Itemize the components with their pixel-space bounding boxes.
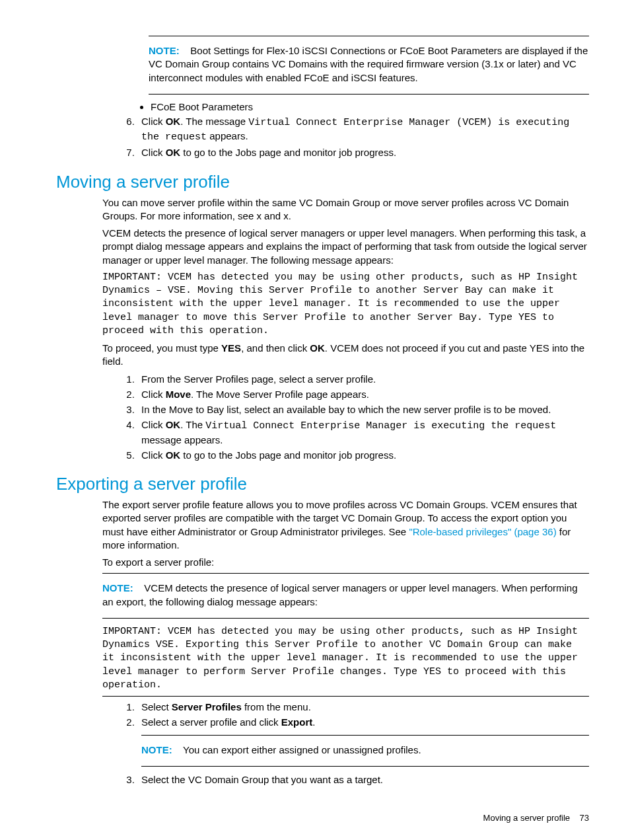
ok-label: OK xyxy=(166,449,181,461)
note-body: You can export either assigned or unassi… xyxy=(183,744,421,755)
step-5: Click OK to go to the Jobs page and moni… xyxy=(137,449,589,462)
yes-label: YES xyxy=(221,342,241,354)
note-box-export: NOTE: VCEM detects the presence of logic… xyxy=(102,573,589,619)
text: , and then click xyxy=(241,342,310,354)
step-1: From the Server Profiles page, select a … xyxy=(137,373,589,386)
exporting-body: The export server profile feature allows… xyxy=(102,498,589,697)
footer-title: Moving a server profile xyxy=(483,813,571,823)
footer-page: 73 xyxy=(580,813,589,823)
step-2: Select a server profile and click Export… xyxy=(137,716,589,767)
page-footer: Moving a server profile 73 xyxy=(56,813,589,823)
moving-steps: From the Server Profiles page, select a … xyxy=(137,373,589,463)
paragraph: You can move server profile within the s… xyxy=(102,196,589,223)
step-3: In the Move to Bay list, select an avail… xyxy=(137,403,589,416)
text: from the menu. xyxy=(242,701,311,712)
paragraph: To proceed, you must type YES, and then … xyxy=(102,342,589,369)
bullet-list: FCoE Boot Parameters xyxy=(151,101,589,112)
document-page: NOTE: Boot Settings for Flex-10 iSCSI Co… xyxy=(0,0,630,840)
role-based-link[interactable]: "Role-based privileges" (page 36) xyxy=(409,526,556,537)
note-text: NOTE: Boot Settings for Flex-10 iSCSI Co… xyxy=(149,44,589,85)
text: Click xyxy=(141,449,166,461)
paragraph: To export a server profile: xyxy=(102,556,589,569)
bullet-item: FCoE Boot Parameters xyxy=(151,101,589,112)
step-4: Click OK. The Virtual Connect Enterprise… xyxy=(137,418,589,447)
text: To proceed, you must type xyxy=(102,342,221,354)
move-label: Move xyxy=(166,389,191,400)
text: Select a server profile and click xyxy=(141,716,281,728)
text: Select xyxy=(141,701,172,712)
note-text: NOTE: You can export either assigned or … xyxy=(141,744,589,757)
text: appears. xyxy=(207,130,248,141)
step-1: Select Server Profiles from the menu. xyxy=(137,701,589,714)
heading-exporting: Exporting a server profile xyxy=(56,474,589,494)
note-label: NOTE: xyxy=(102,582,133,593)
text: Click xyxy=(141,116,166,127)
note-box-inline: NOTE: You can export either assigned or … xyxy=(141,735,589,767)
server-profiles-label: Server Profiles xyxy=(172,701,242,712)
moving-body: You can move server profile within the s… xyxy=(102,196,589,369)
step-3: Select the VC Domain Group that you want… xyxy=(137,773,589,786)
code-block: IMPORTANT: VCEM has detected you may be … xyxy=(102,271,589,338)
steps-continued: Click OK. The message Virtual Connect En… xyxy=(137,115,589,160)
note-label: NOTE: xyxy=(149,45,180,56)
heading-moving: Moving a server profile xyxy=(56,172,589,192)
note-label: NOTE: xyxy=(141,744,172,755)
ok-label: OK xyxy=(166,116,181,127)
text: . xyxy=(312,716,315,728)
text: Click xyxy=(141,419,166,430)
text: to go to the Jobs page and monitor job p… xyxy=(180,449,396,461)
text: message appears. xyxy=(141,434,223,445)
ok-label: OK xyxy=(310,342,325,354)
note-box-top: NOTE: Boot Settings for Flex-10 iSCSI Co… xyxy=(149,36,589,95)
paragraph: The export server profile feature allows… xyxy=(102,498,589,552)
text: Click xyxy=(141,389,166,400)
step-2: Click Move. The Move Server Profile page… xyxy=(137,388,589,401)
note-body: VCEM detects the presence of logical ser… xyxy=(102,582,578,607)
export-label: Export xyxy=(281,716,313,728)
step-7: Click OK to go to the Jobs page and moni… xyxy=(137,146,589,159)
text: to go to the Jobs page and monitor job p… xyxy=(180,147,396,158)
step-6: Click OK. The message Virtual Connect En… xyxy=(137,115,589,145)
text: Click xyxy=(141,147,166,158)
divider xyxy=(102,696,589,697)
text: . The xyxy=(180,419,205,430)
code-block: IMPORTANT: VCEM has detected you may be … xyxy=(102,625,589,692)
ok-label: OK xyxy=(166,419,181,430)
text: . The message xyxy=(180,116,248,127)
paragraph: VCEM detects the presence of logical ser… xyxy=(102,227,589,267)
note-body: Boot Settings for Flex-10 iSCSI Connecti… xyxy=(149,45,588,83)
note-text: NOTE: VCEM detects the presence of logic… xyxy=(102,582,589,609)
ok-label: OK xyxy=(166,147,181,158)
text: . The Move Server Profile page appears. xyxy=(191,389,369,400)
code-text: Virtual Connect Enterprise Manager is ex… xyxy=(205,420,556,432)
exporting-steps: Select Server Profiles from the menu. Se… xyxy=(137,701,589,786)
